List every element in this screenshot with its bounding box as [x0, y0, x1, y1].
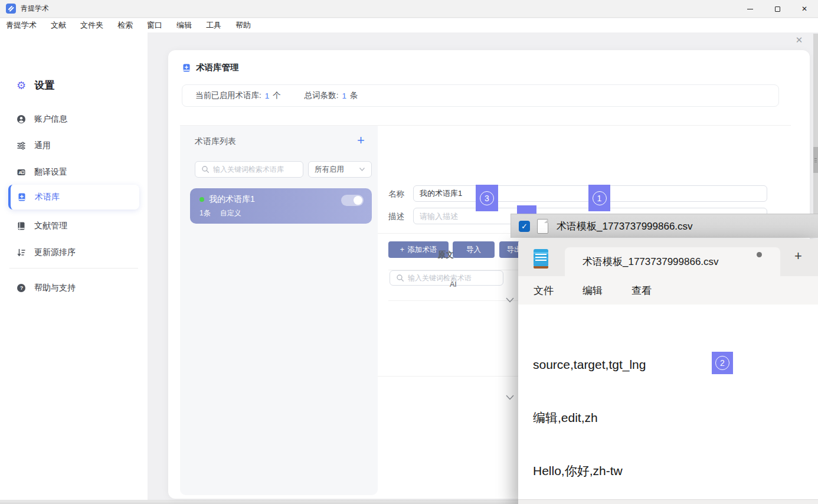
- csv-line: 编辑,edit,zh: [533, 409, 658, 427]
- library-list-item[interactable]: 我的术语库1 1条 自定义: [190, 188, 372, 224]
- enabled-dot-icon: [199, 197, 204, 202]
- stats-terms-label: 总词条数:: [305, 90, 339, 101]
- desc-label: 描述: [388, 211, 404, 222]
- library-enable-toggle[interactable]: [341, 195, 364, 206]
- sidebar-item-general[interactable]: 通用: [17, 136, 135, 155]
- library-list-title: 术语库列表: [195, 136, 236, 147]
- import-button[interactable]: 导入: [453, 241, 495, 258]
- glossary-page-icon: [182, 63, 191, 73]
- sort-icon: [17, 248, 26, 257]
- stats-bar: 当前已启用术语库: 1 个 总词条数: 1 条: [182, 84, 779, 107]
- notepad-text-area[interactable]: source,target,tgt_lng 编辑,edit,zh Hello,你…: [518, 305, 818, 499]
- csv-line: source,target,tgt_lng: [533, 356, 658, 374]
- library-term-count: 1条: [199, 208, 211, 218]
- table-header-source: 原文: [438, 250, 454, 260]
- csv-content: source,target,tgt_lng 编辑,edit,zh Hello,你…: [533, 320, 658, 504]
- add-library-button[interactable]: +: [357, 133, 365, 148]
- menu-help[interactable]: 帮助: [235, 20, 251, 31]
- annotation-badge-3: 3: [476, 185, 498, 211]
- library-type: 自定义: [220, 208, 241, 218]
- menu-folder[interactable]: 文件夹: [80, 20, 103, 31]
- notepad-menu-view[interactable]: 查看: [632, 284, 652, 297]
- chevron-down-icon[interactable]: [505, 297, 515, 303]
- sidebar-divider: [9, 268, 138, 269]
- file-icon: [537, 219, 548, 234]
- app-scrollbar-track[interactable]: [813, 34, 818, 214]
- annotation-badge-2: 2: [712, 352, 733, 374]
- name-label: 名称: [388, 189, 404, 199]
- notepad-tab-title: 术语模板_1773737999866.csv: [583, 255, 719, 269]
- stats-enabled-count: 1: [265, 91, 270, 100]
- annotation-badge-1: 1: [588, 185, 610, 211]
- library-filter-select[interactable]: 所有启用: [308, 161, 372, 178]
- notepad-menubar: 文件 编辑 查看: [518, 276, 818, 305]
- stats-enabled-label: 当前已启用术语库:: [195, 90, 261, 101]
- sidebar-item-translation[interactable]: A 翻译设置: [17, 163, 135, 182]
- settings-sidebar: ⚙ 设置 账户信息 通用 A 翻译设置: [0, 32, 148, 504]
- glossary-icon: [17, 192, 27, 202]
- chevron-down-icon[interactable]: [505, 394, 515, 401]
- sidebar-item-help[interactable]: ? 帮助与支持: [17, 279, 135, 297]
- table-cell-ai: AI: [450, 280, 457, 289]
- settings-close-button[interactable]: ✕: [793, 34, 805, 46]
- menu-edit[interactable]: 编辑: [176, 20, 192, 31]
- search-icon: [396, 274, 404, 282]
- term-search-input[interactable]: 输入关键词检索术语: [390, 270, 503, 286]
- translate-icon: A: [17, 168, 26, 177]
- app-logo-icon: [6, 4, 16, 14]
- library-search-input[interactable]: 输入关键词检索术语库: [195, 161, 303, 178]
- notepad-app-icon: [534, 249, 548, 267]
- new-tab-button[interactable]: +: [794, 248, 802, 264]
- sliders-icon: [17, 141, 26, 150]
- sidebar-item-glossary[interactable]: 术语库: [8, 185, 139, 210]
- search-icon: [201, 165, 210, 174]
- downloaded-filename: 术语模板_1773737999866.csv: [557, 220, 693, 233]
- sidebar-item-source-order[interactable]: 更新源排序: [17, 243, 135, 262]
- library-list-panel: 术语库列表 + 输入关键词检索术语库 所有启用 我的术语库1: [180, 126, 378, 495]
- minimize-button[interactable]: [737, 0, 764, 18]
- settings-header: ⚙ 设置: [17, 78, 54, 92]
- notepad-tabbar: 术语模板_1773737999866.csv +: [518, 239, 818, 276]
- library-name: 我的术语库1: [209, 194, 255, 205]
- notepad-statusbar: [518, 499, 818, 504]
- titlebar: 青提学术 ✕: [0, 0, 818, 18]
- gear-icon: ⚙: [17, 79, 26, 92]
- menu-window[interactable]: 窗口: [147, 20, 162, 31]
- stats-terms-count: 1: [342, 91, 347, 100]
- sidebar-item-account[interactable]: 账户信息: [17, 110, 135, 129]
- window-title: 青提学术: [21, 4, 49, 14]
- plus-icon: +: [400, 246, 404, 254]
- chevron-down-icon: [359, 167, 365, 172]
- menu-search[interactable]: 检索: [117, 20, 133, 31]
- annotation-badge-hidden: [517, 205, 536, 214]
- menubar: 青提学术 文献 文件夹 检索 窗口 编辑 工具 帮助: [0, 18, 818, 32]
- notepad-menu-file[interactable]: 文件: [534, 284, 554, 297]
- page-title: 术语库管理: [196, 62, 239, 73]
- notepad-menu-edit[interactable]: 编辑: [583, 284, 603, 297]
- maximize-button[interactable]: [764, 0, 791, 18]
- file-checkbox[interactable]: ✓: [519, 221, 530, 232]
- settings-title: 设置: [34, 78, 54, 92]
- notepad-tab[interactable]: 术语模板_1773737999866.csv: [565, 247, 780, 276]
- close-button[interactable]: ✕: [791, 0, 818, 18]
- sidebar-item-literature-mgmt[interactable]: 文献管理: [17, 217, 135, 235]
- unsaved-dot-icon: [757, 252, 762, 257]
- csv-line: Hello,你好,zh-tw: [533, 462, 658, 480]
- maximize-icon: [775, 6, 780, 12]
- check-icon: ✓: [521, 222, 528, 231]
- close-icon: ✕: [801, 5, 807, 13]
- explorer-file-row[interactable]: ✓ 术语模板_1773737999866.csv: [511, 214, 818, 238]
- app-scrollbar-thumb[interactable]: [813, 147, 818, 173]
- menu-app[interactable]: 青提学术: [6, 20, 37, 31]
- menu-tools[interactable]: 工具: [206, 20, 221, 31]
- svg-text:?: ?: [20, 285, 24, 291]
- user-icon: [17, 114, 26, 124]
- close-icon: ✕: [796, 35, 803, 45]
- book-icon: [17, 221, 26, 231]
- help-icon: ?: [17, 283, 26, 293]
- menu-literature[interactable]: 文献: [51, 20, 66, 31]
- page-header: 术语库管理: [182, 62, 239, 73]
- minimize-icon: [747, 9, 753, 9]
- notepad-window: 术语模板_1773737999866.csv + 文件 编辑 查看 source…: [518, 239, 818, 504]
